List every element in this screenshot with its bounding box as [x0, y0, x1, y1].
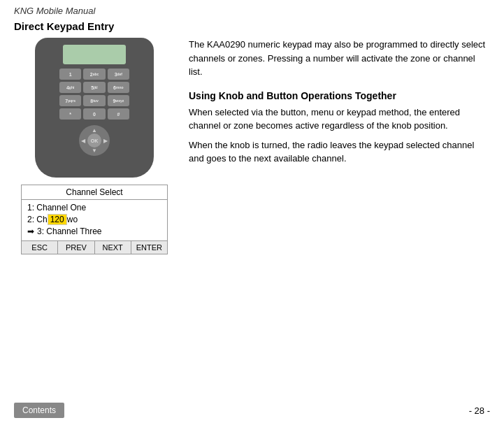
page-number: - 28 -	[469, 405, 490, 416]
left-panel: 1 2abc 3def 4ghi 5jkl 6mno 7pqrs 8tuv 9w…	[14, 38, 175, 254]
key-hash: #	[108, 108, 129, 120]
channel-item-1: 1: Channel One	[27, 202, 161, 213]
nav-down-icon: ▼	[92, 147, 97, 154]
prev-button[interactable]: PREV	[58, 241, 94, 254]
channel-buttons: ESC PREV NEXT ENTER	[22, 240, 167, 254]
description-paragraph2: When selected via the button, menu or ke…	[189, 106, 490, 133]
key-9: 9wxyz	[108, 95, 129, 106]
enter-button[interactable]: ENTER	[131, 241, 167, 254]
channel-1-label: 1: Channel One	[27, 203, 86, 212]
nav-up-icon: ▲	[92, 127, 97, 134]
description-paragraph3: When the knob is turned, the radio leave…	[189, 138, 490, 166]
key-1: 1	[59, 69, 81, 80]
radio-nav: ▲ ▼ ◀ ▶ OK	[79, 125, 110, 156]
channel-3-label: 3: Channel Three	[37, 226, 102, 236]
subsection-title: Using Knob and Button Operations Togethe…	[189, 90, 490, 101]
channel-2-label: 2: Ch120wo	[27, 214, 78, 225]
radio-keypad: 1 2abc 3def 4ghi 5jkl 6mno 7pqrs 8tuv 9w…	[59, 69, 129, 120]
footer: Contents - 28 -	[0, 403, 504, 418]
esc-button[interactable]: ESC	[22, 241, 58, 254]
channel-item-2: 2: Ch120wo	[27, 213, 161, 226]
channel-select-title: Channel Select	[22, 185, 167, 200]
radio-device: 1 2abc 3def 4ghi 5jkl 6mno 7pqrs 8tuv 9w…	[35, 38, 154, 178]
key-4: 4ghi	[59, 82, 81, 93]
contents-button[interactable]: Contents	[14, 403, 64, 418]
nav-left-icon: ◀	[81, 138, 85, 144]
channel-arrow-icon: ➡	[27, 226, 34, 236]
key-2: 2abc	[83, 69, 105, 80]
next-button[interactable]: NEXT	[95, 241, 131, 254]
section-title: Direct Keypad Entry	[0, 17, 504, 38]
key-8: 8tuv	[83, 95, 105, 106]
ok-button[interactable]: OK	[87, 134, 101, 147]
description-paragraph1: The KAA0290 numeric keypad may also be p…	[189, 38, 490, 79]
key-0: 0	[83, 108, 105, 120]
right-panel: The KAA0290 numeric keypad may also be p…	[189, 38, 490, 254]
key-3: 3def	[108, 69, 129, 80]
key-star: *	[59, 108, 81, 120]
key-5: 5jkl	[83, 82, 105, 93]
channel-highlight: 120	[48, 214, 67, 225]
page-header: KNG Mobile Manual	[0, 0, 504, 17]
channel-list: 1: Channel One 2: Ch120wo ➡ 3: Channel T…	[22, 200, 167, 239]
key-6: 6mno	[108, 82, 129, 93]
nav-right-icon: ▶	[103, 138, 108, 144]
radio-screen	[63, 45, 126, 64]
channel-item-3: ➡ 3: Channel Three	[27, 226, 161, 237]
key-7: 7pqrs	[59, 95, 81, 106]
channel-select-box: Channel Select 1: Channel One 2: Ch120wo…	[21, 185, 168, 254]
